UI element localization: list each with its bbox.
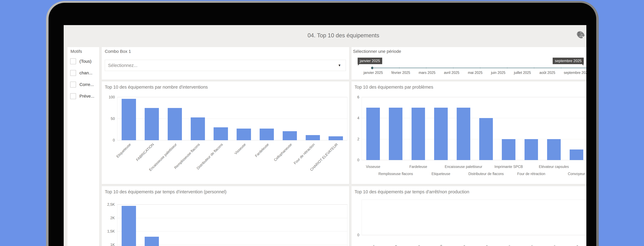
combo-box-card: Combo Box 1 Sélectionnez... ▼	[102, 47, 349, 80]
motifs-title: Motifs	[70, 49, 82, 54]
y-axis-tick-label: 2K	[104, 216, 115, 220]
bar[interactable]	[457, 108, 470, 160]
x-axis-label: yeur	[368, 244, 376, 246]
slider-tick	[372, 67, 372, 68]
x-axis-label: irafe	[481, 244, 489, 246]
bar[interactable]	[168, 108, 182, 140]
checkbox[interactable]	[70, 70, 76, 76]
x-axis-label: Visseuse	[366, 165, 380, 169]
checkbox[interactable]	[70, 93, 76, 99]
checkbox[interactable]	[70, 82, 76, 87]
bar[interactable]	[547, 139, 561, 160]
period-slicer-card: Sélectionner une période janvier 2025 se…	[352, 47, 586, 80]
x-axis-label: TEUR	[434, 244, 444, 246]
bar-chart-plot: 0yeurNT AdièreTEUReuseirafesuleshonshine…	[362, 200, 586, 235]
chart-card-interventions: Top 10 des équipements par nombre d'inte…	[102, 81, 349, 184]
bar[interactable]	[191, 117, 205, 140]
bar[interactable]	[328, 136, 343, 140]
slider-tick	[507, 67, 508, 68]
tablet-bezel: 04. Top 10 des équipements 🎨 Motifs (Tou…	[48, 3, 596, 246]
dashboard-screen: 04. Top 10 des équipements 🎨 Motifs (Tou…	[64, 25, 586, 246]
bar[interactable]	[570, 150, 583, 160]
period-slider-track[interactable]	[372, 68, 586, 68]
bar[interactable]	[366, 108, 380, 160]
bar[interactable]	[236, 129, 251, 140]
combo-box-select[interactable]: Sélectionnez... ▼	[105, 60, 346, 71]
x-axis-label: FABRICATION	[135, 142, 155, 162]
y-axis-tick-label: 6	[352, 95, 359, 99]
checkbox[interactable]	[70, 58, 76, 64]
slider-tick	[453, 67, 454, 68]
period-month-label: juin 2025	[491, 71, 505, 75]
gridline	[117, 231, 347, 231]
gridline	[362, 235, 586, 235]
chart-title: Top 10 des équipements par problèmes	[354, 85, 433, 90]
bar[interactable]	[122, 99, 136, 140]
bar[interactable]	[214, 127, 228, 140]
period-month-label: janvier 2025	[364, 71, 383, 75]
y-axis-tick-label: 1K	[104, 242, 115, 246]
period-axis-labels: janvier 2025février 2025mars 2025avril 2…	[364, 71, 586, 75]
y-axis-tick-label: 1,5K	[104, 229, 115, 233]
gridline	[117, 218, 347, 218]
bar[interactable]	[434, 108, 448, 160]
palette-icon[interactable]: 🎨	[576, 31, 585, 38]
chart-card-temps-arret: Top 10 des équipements par temps d'arrêt…	[352, 186, 586, 246]
y-axis-tick-label: 0	[352, 233, 359, 237]
slider-tick	[534, 67, 534, 68]
gridline	[117, 204, 347, 205]
x-axis-label: hons	[526, 244, 534, 246]
bar[interactable]	[389, 108, 402, 160]
slider-tick	[480, 67, 480, 68]
x-axis-label: apon	[571, 244, 580, 246]
checkbox-label: chan...	[80, 70, 92, 75]
bar[interactable]	[412, 108, 425, 160]
motif-option[interactable]: (Tous)	[70, 57, 92, 66]
bar[interactable]	[479, 118, 493, 160]
chart-card-temps-intervention: Top 10 des équipements par temps d'inter…	[102, 186, 349, 246]
bar[interactable]	[306, 135, 320, 140]
bar[interactable]	[502, 139, 516, 160]
x-axis-label: Etiqueteuse	[432, 172, 450, 176]
period-end-badge[interactable]: septembre 2025	[553, 58, 584, 64]
bar-chart-plot: 6420VisseuseRemplisseuse flaconsFardeleu…	[362, 97, 586, 160]
x-axis-label: Four de rétraction	[293, 142, 316, 165]
y-axis-tick-label: 100	[104, 95, 115, 99]
x-axis-label: Encaisseuse palettiseur	[445, 165, 482, 169]
y-axis-tick-label: 2,5K	[104, 202, 115, 207]
bar[interactable]	[145, 108, 159, 140]
x-axis-label: Fardeleuse	[254, 142, 270, 158]
bar[interactable]	[524, 139, 538, 160]
x-axis-label: dière	[413, 244, 421, 246]
period-slicer-title: Sélectionner une période	[353, 49, 401, 54]
chart-title: Top 10 des équipements par nombre d'inte…	[105, 85, 208, 90]
bar[interactable]	[145, 237, 159, 246]
motif-option[interactable]: Corre...	[70, 80, 94, 89]
page-title: 04. Top 10 des équipements	[308, 32, 379, 39]
x-axis-label: Distributeur de flacons	[468, 172, 504, 176]
chart-title: Top 10 des équipements par temps d'arrêt…	[354, 189, 469, 194]
chart-title: Top 10 des équipements par temps d'inter…	[105, 189, 226, 194]
period-month-label: février 2025	[391, 71, 410, 75]
x-axis-label: Convoyeur	[568, 172, 585, 176]
bar-chart-plot: 100500EtiqueteuseFABRICATIONEncaisseuse …	[117, 97, 348, 140]
x-axis-label: Remplisseuse flacons	[174, 142, 201, 170]
combo-box-placeholder: Sélectionnez...	[108, 63, 338, 68]
bar[interactable]	[283, 131, 297, 140]
checkbox-label: Corre...	[80, 82, 94, 87]
slider-tick	[426, 67, 426, 68]
bar[interactable]	[260, 129, 274, 140]
chevron-down-icon[interactable]: ▼	[338, 64, 341, 67]
x-axis-label: Four de rétraction	[517, 172, 546, 176]
x-axis-label: hines	[548, 244, 557, 246]
period-start-badge[interactable]: janvier 2025	[358, 58, 382, 64]
motif-option[interactable]: chan...	[70, 68, 92, 78]
motifs-filter-card: Motifs (Tous)chan...Corre...Préve...	[68, 47, 99, 246]
period-month-label: mai 2025	[468, 71, 482, 75]
x-axis-label: Etiqueteuse	[116, 142, 132, 159]
period-month-label: avril 2025	[444, 71, 460, 75]
period-month-label: août 2025	[539, 71, 555, 75]
y-axis-tick-label: 0	[104, 138, 115, 142]
bar[interactable]	[122, 206, 136, 246]
motif-option[interactable]: Préve...	[70, 91, 94, 101]
